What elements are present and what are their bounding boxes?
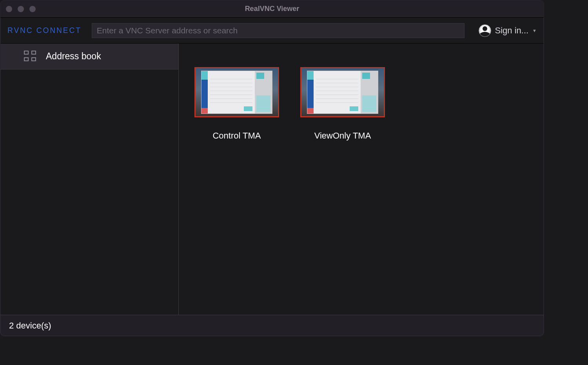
device-label: ViewOnly TMA: [314, 131, 371, 141]
decorative-gradient: [0, 338, 588, 365]
device-thumbnail: [194, 67, 279, 117]
chevron-down-icon: ▼: [532, 28, 537, 33]
close-window-button[interactable]: [6, 6, 12, 12]
status-bar: 2 device(s): [0, 315, 544, 336]
signin-button[interactable]: Sign in... ▼: [472, 24, 537, 37]
minimize-window-button[interactable]: [18, 6, 24, 12]
signin-label: Sign in...: [495, 26, 529, 36]
sidebar-item-address-book[interactable]: Address book: [0, 44, 178, 69]
toolbar: RVNC CONNECT Sign in... ▼: [0, 18, 544, 44]
device-grid: Control TMA ViewOnly TMA: [179, 44, 544, 315]
device-viewonly-tma[interactable]: ViewOnly TMA: [300, 67, 385, 141]
user-avatar-icon: [479, 24, 491, 37]
grid-icon: [24, 51, 37, 62]
content-area: Address book Control TMA: [0, 44, 544, 315]
window-title: RealVNC Viewer: [245, 5, 299, 13]
app-logo: RVNC CONNECT: [7, 26, 82, 35]
sidebar: Address book: [0, 44, 179, 315]
maximize-window-button[interactable]: [29, 6, 36, 12]
titlebar: RealVNC Viewer: [0, 0, 544, 18]
window-controls: [6, 6, 36, 12]
device-label: Control TMA: [212, 131, 261, 141]
address-search-input[interactable]: [92, 23, 465, 38]
device-thumbnail: [300, 67, 385, 117]
device-control-tma[interactable]: Control TMA: [194, 67, 279, 141]
app-window: RealVNC Viewer RVNC CONNECT Sign in... ▼…: [0, 0, 544, 336]
device-count-label: 2 device(s): [9, 321, 51, 331]
